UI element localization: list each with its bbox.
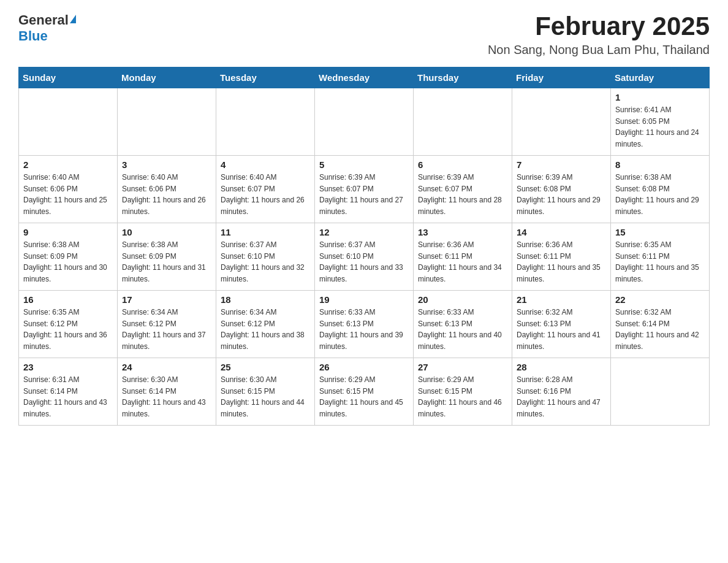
day-info: Sunrise: 6:34 AMSunset: 6:12 PMDaylight:…	[122, 307, 211, 352]
day-number: 16	[23, 294, 113, 305]
day-number: 24	[122, 362, 211, 372]
day-info: Sunrise: 6:33 AMSunset: 6:13 PMDaylight:…	[319, 307, 409, 352]
day-number: 28	[517, 362, 606, 372]
logo-general-text: General	[18, 12, 69, 28]
calendar-cell: 4Sunrise: 6:40 AMSunset: 6:07 PMDaylight…	[216, 156, 315, 223]
calendar-cell: 17Sunrise: 6:34 AMSunset: 6:12 PMDayligh…	[118, 291, 216, 358]
day-info: Sunrise: 6:32 AMSunset: 6:13 PMDaylight:…	[517, 307, 606, 352]
day-number: 11	[221, 227, 310, 237]
day-number: 1	[615, 92, 705, 102]
calendar-week-row: 9Sunrise: 6:38 AMSunset: 6:09 PMDaylight…	[19, 223, 710, 291]
calendar-cell: 13Sunrise: 6:36 AMSunset: 6:11 PMDayligh…	[414, 223, 512, 291]
calendar-cell	[414, 88, 512, 156]
day-number: 26	[319, 362, 409, 372]
day-number: 7	[517, 159, 606, 170]
day-number: 2	[23, 159, 113, 170]
calendar-cell: 23Sunrise: 6:31 AMSunset: 6:14 PMDayligh…	[19, 358, 118, 426]
day-number: 25	[221, 362, 310, 372]
calendar-week-row: 1Sunrise: 6:41 AMSunset: 6:05 PMDaylight…	[19, 88, 710, 156]
day-number: 22	[615, 294, 705, 305]
calendar-cell: 10Sunrise: 6:38 AMSunset: 6:09 PMDayligh…	[118, 223, 216, 291]
calendar-cell: 19Sunrise: 6:33 AMSunset: 6:13 PMDayligh…	[315, 291, 414, 358]
day-number: 10	[122, 227, 211, 237]
calendar-header: SundayMondayTuesdayWednesdayThursdayFrid…	[19, 67, 710, 88]
day-number: 9	[23, 227, 113, 237]
calendar-cell: 24Sunrise: 6:30 AMSunset: 6:14 PMDayligh…	[118, 358, 216, 426]
day-info: Sunrise: 6:36 AMSunset: 6:11 PMDaylight:…	[418, 239, 507, 285]
weekday-header-sunday: Sunday	[19, 67, 118, 88]
calendar-cell: 11Sunrise: 6:37 AMSunset: 6:10 PMDayligh…	[216, 223, 315, 291]
day-info: Sunrise: 6:38 AMSunset: 6:09 PMDaylight:…	[122, 239, 211, 285]
day-number: 13	[418, 227, 507, 237]
day-number: 12	[319, 227, 409, 237]
calendar-cell: 20Sunrise: 6:33 AMSunset: 6:13 PMDayligh…	[414, 291, 512, 358]
calendar-cell: 3Sunrise: 6:40 AMSunset: 6:06 PMDaylight…	[118, 156, 216, 223]
calendar-cell: 25Sunrise: 6:30 AMSunset: 6:15 PMDayligh…	[216, 358, 315, 426]
logo-blue-text: Blue	[18, 28, 48, 44]
logo: General Blue	[18, 12, 76, 44]
month-title: February 2025	[488, 12, 710, 40]
calendar-body: 1Sunrise: 6:41 AMSunset: 6:05 PMDaylight…	[19, 88, 710, 426]
day-number: 5	[319, 159, 409, 170]
calendar-cell	[118, 88, 216, 156]
calendar-week-row: 16Sunrise: 6:35 AMSunset: 6:12 PMDayligh…	[19, 291, 710, 358]
day-number: 14	[517, 227, 606, 237]
calendar-cell: 14Sunrise: 6:36 AMSunset: 6:11 PMDayligh…	[512, 223, 611, 291]
day-number: 20	[418, 294, 507, 305]
calendar-cell: 18Sunrise: 6:34 AMSunset: 6:12 PMDayligh…	[216, 291, 315, 358]
day-info: Sunrise: 6:39 AMSunset: 6:07 PMDaylight:…	[319, 172, 409, 217]
day-number: 6	[418, 159, 507, 170]
weekday-header-friday: Friday	[512, 67, 611, 88]
calendar-cell: 9Sunrise: 6:38 AMSunset: 6:09 PMDaylight…	[19, 223, 118, 291]
day-info: Sunrise: 6:29 AMSunset: 6:15 PMDaylight:…	[418, 374, 507, 419]
calendar-cell: 12Sunrise: 6:37 AMSunset: 6:10 PMDayligh…	[315, 223, 414, 291]
day-info: Sunrise: 6:35 AMSunset: 6:12 PMDaylight:…	[23, 307, 113, 352]
day-info: Sunrise: 6:38 AMSunset: 6:09 PMDaylight:…	[23, 239, 113, 285]
calendar-cell: 2Sunrise: 6:40 AMSunset: 6:06 PMDaylight…	[19, 156, 118, 223]
calendar-week-row: 23Sunrise: 6:31 AMSunset: 6:14 PMDayligh…	[19, 358, 710, 426]
calendar-cell: 8Sunrise: 6:38 AMSunset: 6:08 PMDaylight…	[611, 156, 710, 223]
day-info: Sunrise: 6:37 AMSunset: 6:10 PMDaylight:…	[221, 239, 310, 285]
weekday-header-monday: Monday	[118, 67, 216, 88]
calendar-table: SundayMondayTuesdayWednesdayThursdayFrid…	[18, 67, 710, 426]
day-info: Sunrise: 6:34 AMSunset: 6:12 PMDaylight:…	[221, 307, 310, 352]
weekday-header-thursday: Thursday	[414, 67, 512, 88]
day-info: Sunrise: 6:38 AMSunset: 6:08 PMDaylight:…	[615, 172, 705, 217]
day-info: Sunrise: 6:39 AMSunset: 6:07 PMDaylight:…	[418, 172, 507, 217]
day-number: 21	[517, 294, 606, 305]
day-number: 3	[122, 159, 211, 170]
day-number: 19	[319, 294, 409, 305]
day-info: Sunrise: 6:41 AMSunset: 6:05 PMDaylight:…	[615, 104, 705, 150]
day-info: Sunrise: 6:31 AMSunset: 6:14 PMDaylight:…	[23, 374, 113, 419]
calendar-cell	[315, 88, 414, 156]
day-info: Sunrise: 6:35 AMSunset: 6:11 PMDaylight:…	[615, 239, 705, 285]
calendar-cell: 21Sunrise: 6:32 AMSunset: 6:13 PMDayligh…	[512, 291, 611, 358]
day-number: 23	[23, 362, 113, 372]
day-info: Sunrise: 6:33 AMSunset: 6:13 PMDaylight:…	[418, 307, 507, 352]
calendar-cell: 7Sunrise: 6:39 AMSunset: 6:08 PMDaylight…	[512, 156, 611, 223]
weekday-header-saturday: Saturday	[611, 67, 710, 88]
day-number: 18	[221, 294, 310, 305]
day-number: 8	[615, 159, 705, 170]
location-title: Non Sang, Nong Bua Lam Phu, Thailand	[488, 43, 710, 57]
day-number: 15	[615, 227, 705, 237]
calendar-week-row: 2Sunrise: 6:40 AMSunset: 6:06 PMDaylight…	[19, 156, 710, 223]
day-info: Sunrise: 6:32 AMSunset: 6:14 PMDaylight:…	[615, 307, 705, 352]
day-number: 17	[122, 294, 211, 305]
day-info: Sunrise: 6:40 AMSunset: 6:07 PMDaylight:…	[221, 172, 310, 217]
calendar-cell: 22Sunrise: 6:32 AMSunset: 6:14 PMDayligh…	[611, 291, 710, 358]
calendar-cell: 28Sunrise: 6:28 AMSunset: 6:16 PMDayligh…	[512, 358, 611, 426]
day-info: Sunrise: 6:28 AMSunset: 6:16 PMDaylight:…	[517, 374, 606, 419]
title-block: February 2025 Non Sang, Nong Bua Lam Phu…	[488, 12, 710, 57]
day-number: 27	[418, 362, 507, 372]
calendar-cell: 27Sunrise: 6:29 AMSunset: 6:15 PMDayligh…	[414, 358, 512, 426]
day-info: Sunrise: 6:40 AMSunset: 6:06 PMDaylight:…	[23, 172, 113, 217]
calendar-cell: 26Sunrise: 6:29 AMSunset: 6:15 PMDayligh…	[315, 358, 414, 426]
logo-triangle-icon	[70, 15, 76, 23]
weekday-header-wednesday: Wednesday	[315, 67, 414, 88]
calendar-cell: 6Sunrise: 6:39 AMSunset: 6:07 PMDaylight…	[414, 156, 512, 223]
day-info: Sunrise: 6:30 AMSunset: 6:15 PMDaylight:…	[221, 374, 310, 419]
calendar-cell: 1Sunrise: 6:41 AMSunset: 6:05 PMDaylight…	[611, 88, 710, 156]
day-info: Sunrise: 6:39 AMSunset: 6:08 PMDaylight:…	[517, 172, 606, 217]
day-info: Sunrise: 6:30 AMSunset: 6:14 PMDaylight:…	[122, 374, 211, 419]
